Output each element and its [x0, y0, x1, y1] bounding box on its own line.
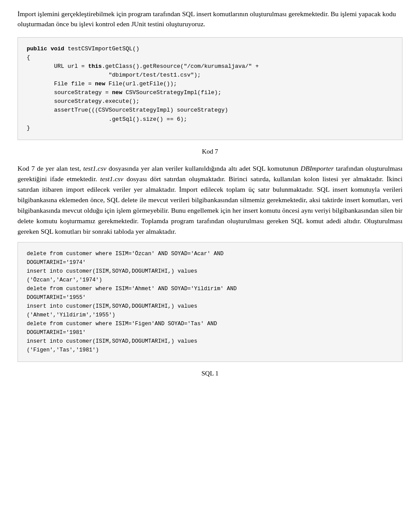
- italic-test1csv-2: test1.csv: [100, 175, 123, 183]
- keyword-new2: new: [112, 89, 122, 96]
- body-paragraph-1: Kod 7 de yer alan test, test1.csv dosyas…: [18, 163, 402, 237]
- intro-paragraph: İmport işlemini gerçekleştirebilmek için…: [18, 9, 402, 29]
- sql-caption-1: SQL 1: [18, 370, 402, 377]
- keyword-public: public: [27, 46, 47, 52]
- body-text-mid: dosyasında yer alan veriler kullanıldığı…: [106, 165, 301, 172]
- code-caption-1: Kod 7: [18, 148, 402, 155]
- italic-dbimporter: DBImporter: [301, 165, 334, 172]
- keyword-void: void: [51, 46, 64, 52]
- body-text-end2: dosyası dört satırdan oluşmaktadır. Biri…: [18, 175, 402, 235]
- sql-code-block: delete from customer where ISIM='Özcan' …: [18, 242, 402, 362]
- body-text-start: Kod 7 de yer alan test,: [18, 165, 83, 172]
- italic-test1csv-1: test1.csv: [83, 165, 106, 172]
- keyword-new1: new: [95, 81, 105, 87]
- code-block-1: public void testCSVImportGetSQL() { URL …: [18, 37, 402, 140]
- keyword-this: this: [88, 63, 102, 70]
